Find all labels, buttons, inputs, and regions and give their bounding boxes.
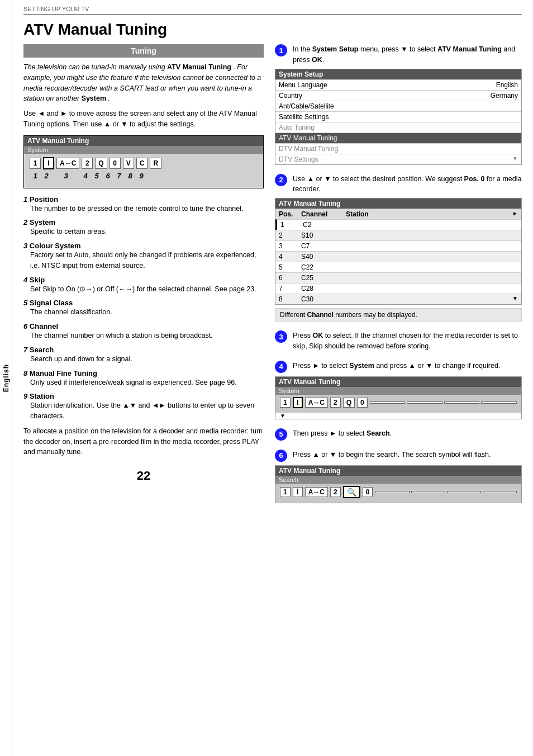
step-5-circle: 5 <box>275 428 287 441</box>
s4-cell-1: 1 <box>280 398 291 408</box>
setup-row-menu-language: Menu Language English <box>275 79 521 90</box>
s6-cell-1: 1 <box>280 487 291 497</box>
diag-num-4: 4 <box>80 172 91 180</box>
section-header: SETTING UP YOUR TV <box>23 6 522 15</box>
diag-num-1: 1 <box>30 172 41 180</box>
diag-num-3: 3 <box>52 172 80 180</box>
diagram-cell-7: V <box>123 158 134 169</box>
s4-cell-5: Q <box>343 398 355 408</box>
s4-cell-3: A↔C <box>305 398 328 408</box>
allocate-text: To allocate a position on the television… <box>23 426 264 457</box>
atv-diagram-title: ATV Manual Tuning <box>24 136 263 146</box>
item-manual-fine-tuning: 8 Manual Fine Tuning Only used if interf… <box>23 369 264 388</box>
step-6-text: Press ▲ or ▼ to begin the search. The se… <box>293 450 491 460</box>
step-1-header: 1 In the System Setup menu, press ▼ to s… <box>275 44 522 65</box>
diag-num-7: 7 <box>113 172 125 180</box>
step-4-atv-title: ATV Manual Tuning <box>275 377 521 387</box>
item-colour-system: 3 Colour System Factory set to Auto, sho… <box>23 242 264 271</box>
step-4-text: Press ► to select System and press ▲ or … <box>293 361 500 371</box>
channel-table: ATV Manual Tuning Pos. Channel Station ►… <box>275 198 522 305</box>
diagram-cells-row: 1 I A↔C 2 Q 0 V C R <box>30 157 258 169</box>
right-column: 1 In the System Setup menu, press ▼ to s… <box>275 44 522 512</box>
step-5-text: Then press ► to select Search. <box>293 428 392 439</box>
s4-cell-2: I <box>293 397 303 408</box>
step-6-header: 6 Press ▲ or ▼ to begin the search. The … <box>275 450 522 462</box>
diag-num-8: 8 <box>125 172 136 180</box>
step-1-circle: 1 <box>275 44 287 56</box>
diagram-cell-5: Q <box>95 158 107 169</box>
diagram-cell-4: 2 <box>82 158 93 169</box>
step-2: 2 Use ▲ or ▼ to select the desired posit… <box>275 174 522 322</box>
step-3-text: Press OK to select. If the channel chose… <box>293 330 522 352</box>
nav-text: Use ◄ and ► to move across the screen an… <box>23 108 264 130</box>
language-tab: English <box>0 0 12 756</box>
step-4-header: 4 Press ► to select System and press ▲ o… <box>275 361 522 373</box>
setup-row-atv-manual: ATV Manual Tuning <box>275 133 521 143</box>
atv-diagram-box: ATV Manual Tuning System 1 I A↔C 2 Q 0 V… <box>23 135 264 188</box>
step-2-header: 2 Use ▲ or ▼ to select the desired posit… <box>275 174 522 195</box>
item-system: 2 System Specific to certain areas. <box>23 218 264 237</box>
setup-row-country: Country Germany <box>275 90 521 101</box>
channel-table-header: Pos. Channel Station ► <box>275 209 521 219</box>
section-label: SETTING UP YOUR TV <box>23 6 89 12</box>
s6-cell-6: 0 <box>363 487 373 497</box>
step-6-circle: 6 <box>275 450 287 462</box>
atv-diagram-subtitle: System <box>24 146 263 154</box>
diagram-cell-9: R <box>150 158 161 169</box>
step-4-circle: 4 <box>275 361 287 373</box>
step-4-arrow: ▼ <box>275 413 521 419</box>
s4-cell-6: 0 <box>357 398 368 408</box>
step-2-circle: 2 <box>275 174 287 186</box>
diag-num-6: 6 <box>102 172 113 180</box>
page-title: ATV Manual Tuning <box>23 21 522 39</box>
channel-row-2: 2 S10 <box>275 230 521 240</box>
channel-table-title: ATV Manual Tuning <box>275 199 521 209</box>
step-6-atv-box: ATV Manual Tuning Search 1 I A↔C 2 🔍 0 <box>275 465 522 503</box>
diagram-cell-3: A↔C <box>56 158 79 169</box>
s6-cell-5: 🔍 <box>343 486 360 498</box>
diagram-cell-2: I <box>43 157 54 169</box>
step-4-atv-subtitle: System <box>275 387 521 395</box>
item-channel: 6 Channel The channel number on which a … <box>23 322 264 341</box>
diag-num-9: 9 <box>136 172 147 180</box>
diagram-cell-1: 1 <box>30 158 41 169</box>
step-2-text: Use ▲ or ▼ to select the desired positio… <box>293 174 522 195</box>
intro-text: The television can be tuned-in manually … <box>23 62 264 104</box>
item-skip: 4 Skip Set Skip to On (⊙→) or Off (←→) f… <box>23 276 264 295</box>
section-heading: Tuning <box>23 44 264 58</box>
s6-cell-4: 2 <box>330 487 341 497</box>
channel-note: Different Channel numbers may be display… <box>275 308 522 322</box>
step-3-circle: 3 <box>275 330 287 343</box>
setup-row-ant-cable: Ant/Cable/Satellite <box>275 101 521 111</box>
item-position: 1 Position The number to be pressed on t… <box>23 195 264 214</box>
item-search: 7 Search Search up and down for a signal… <box>23 346 264 365</box>
step-6-atv-content: 1 I A↔C 2 🔍 0 <box>275 484 521 503</box>
channel-row-5: 5 C22 <box>275 262 521 272</box>
language-label: English <box>2 364 10 392</box>
step-4: 4 Press ► to select System and press ▲ o… <box>275 361 522 419</box>
step-3: 3 Press OK to select. If the channel cho… <box>275 330 522 352</box>
setup-row-auto-tuning: Auto Tuning <box>275 122 521 133</box>
s6-cell-3: A↔C <box>305 487 328 497</box>
step-6: 6 Press ▲ or ▼ to begin the search. The … <box>275 450 522 503</box>
s4-cell-4: 2 <box>330 398 341 408</box>
step-5: 5 Then press ► to select Search. <box>275 428 522 441</box>
diag-num-2: 2 <box>41 172 52 180</box>
step-1: 1 In the System Setup menu, press ▼ to s… <box>275 44 522 165</box>
item-station: 9 Station Station identification. Use th… <box>23 392 264 422</box>
setup-row-dtv-manual: DTV Manual Tuning <box>275 143 521 154</box>
channel-row-7: 7 C28 <box>275 283 521 294</box>
channel-row-8: 8 C30 ▼ <box>275 294 521 304</box>
step-6-atv-title: ATV Manual Tuning <box>275 466 521 476</box>
system-setup-title: System Setup <box>275 69 521 79</box>
step-3-header: 3 Press OK to select. If the channel cho… <box>275 330 522 352</box>
step-5-header: 5 Then press ► to select Search. <box>275 428 522 441</box>
diagram-cell-6: 0 <box>110 158 121 169</box>
step-1-text: In the System Setup menu, press ▼ to sel… <box>293 44 522 65</box>
channel-row-3: 3 C7 <box>275 240 521 251</box>
step-6-atv-subtitle: Search <box>275 476 521 484</box>
setup-row-satellite: Satellite Settings <box>275 111 521 122</box>
s6-cell-2: I <box>293 487 303 497</box>
diag-num-5: 5 <box>91 172 102 180</box>
atv-diagram-content: 1 I A↔C 2 Q 0 V C R 1 2 3 4 <box>24 154 263 188</box>
